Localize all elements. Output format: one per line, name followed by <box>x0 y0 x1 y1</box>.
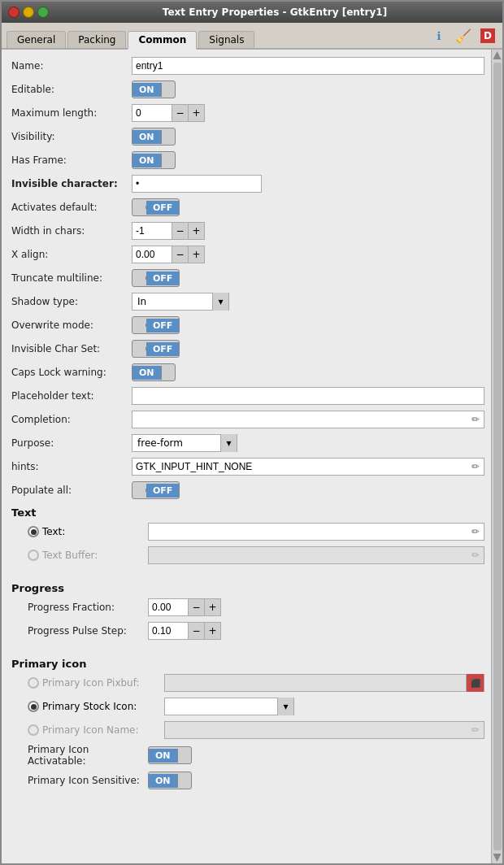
visibility-toggle[interactable]: ON <box>132 128 176 146</box>
d-button[interactable]: D <box>478 26 497 46</box>
max-length-label: Maximum length: <box>11 107 132 119</box>
progress-pulse-step-label: Progress Pulse Step: <box>28 625 148 637</box>
activates-default-toggle[interactable]: OFF <box>132 198 180 216</box>
primary-icon-name-edit-icon[interactable]: ✏ <box>467 722 484 738</box>
minimize-button[interactable] <box>23 7 34 18</box>
text-radio-button[interactable] <box>28 526 39 537</box>
has-frame-off-label <box>162 159 175 162</box>
width-in-chars-input[interactable] <box>132 222 172 240</box>
primary-icon-activatable-label: Primary Icon Activatable: <box>28 744 148 767</box>
progress-pulse-step-input[interactable] <box>148 622 189 640</box>
placeholder-text-input[interactable] <box>132 387 484 405</box>
completion-input[interactable] <box>133 412 467 427</box>
progress-fraction-control: − + <box>148 598 484 616</box>
progress-pulse-step-increment[interactable]: + <box>205 622 221 640</box>
tab-common[interactable]: Common <box>128 31 197 50</box>
primary-stock-icon-radio[interactable] <box>28 701 39 712</box>
titlebar: Text Entry Properties - GtkEntry [entry1… <box>2 2 502 23</box>
max-length-decrement[interactable]: − <box>172 104 189 122</box>
hints-input-container: ✏ <box>132 458 484 476</box>
shadow-type-dropdown[interactable]: In ▾ <box>132 293 229 311</box>
primary-icon-pixbuf-control: ⬛ <box>164 674 484 692</box>
scroll-up-arrow[interactable] <box>493 51 502 59</box>
max-length-control: − + <box>132 104 484 122</box>
populate-all-toggle[interactable]: OFF <box>132 481 180 499</box>
progress-pulse-step-decrement[interactable]: − <box>189 622 205 640</box>
max-length-input[interactable] <box>132 104 172 122</box>
text-value-input[interactable] <box>149 524 467 539</box>
width-in-chars-increment[interactable]: + <box>189 222 205 240</box>
text-radio-label-area: Text: <box>28 526 148 537</box>
broom-button[interactable]: 🧹 <box>454 26 473 46</box>
has-frame-control: ON <box>132 151 484 169</box>
primary-icon-sensitive-control: ON <box>148 772 484 789</box>
invisible-char-set-row: Invisible Char Set: OFF <box>11 339 484 359</box>
editable-row: Editable: ON <box>11 80 484 99</box>
has-frame-toggle[interactable]: ON <box>132 151 176 169</box>
invisible-char-set-control: OFF <box>132 340 484 358</box>
activates-default-row: Activates default: OFF <box>11 198 484 217</box>
shadow-type-control: In ▾ <box>132 293 484 311</box>
caps-lock-warning-on-label: ON <box>133 366 162 380</box>
scrollbar[interactable] <box>491 50 502 863</box>
name-input[interactable] <box>132 57 484 75</box>
overwrite-mode-toggle[interactable]: OFF <box>132 316 180 334</box>
progress-fraction-decrement[interactable]: − <box>189 598 205 616</box>
visibility-off-label <box>162 135 175 138</box>
progress-fraction-increment[interactable]: + <box>205 598 221 616</box>
name-input-container <box>132 57 484 75</box>
caps-lock-warning-off-label <box>162 371 175 374</box>
progress-pulse-step-control: − + <box>148 622 484 640</box>
text-buffer-edit-icon[interactable]: ✏ <box>467 547 484 563</box>
text-buffer-input[interactable] <box>149 548 467 563</box>
caps-lock-warning-toggle[interactable]: ON <box>132 363 176 381</box>
populate-all-row: Populate all: OFF <box>11 480 484 500</box>
scroll-down-arrow[interactable] <box>493 854 502 862</box>
primary-icon-pixbuf-button[interactable]: ⬛ <box>466 674 484 692</box>
truncate-multiline-control: OFF <box>132 269 484 287</box>
primary-icon-sensitive-row: Primary Icon Sensitive: ON <box>11 771 484 790</box>
purpose-control: free-form ▾ <box>132 434 484 452</box>
primary-icon-sensitive-toggle[interactable]: ON <box>148 772 192 789</box>
primary-icon-name-input[interactable] <box>165 723 467 737</box>
scroll-thumb[interactable] <box>493 63 502 850</box>
editable-toggle[interactable]: ON <box>132 80 176 98</box>
width-in-chars-row: Width in chars: − + <box>11 221 484 241</box>
x-align-increment[interactable]: + <box>189 246 205 263</box>
close-button[interactable] <box>8 7 20 18</box>
tab-packing[interactable]: Packing <box>67 31 126 48</box>
truncate-multiline-toggle[interactable]: OFF <box>132 269 180 287</box>
text-buffer-radio-button[interactable] <box>28 550 39 561</box>
primary-icon-activatable-toggle[interactable]: ON <box>148 746 192 764</box>
primary-stock-icon-dropdown[interactable]: ▾ <box>164 698 294 715</box>
overwrite-mode-label: Overwrite mode: <box>11 319 132 331</box>
primary-icon-pixbuf-radio[interactable] <box>28 677 39 689</box>
completion-row: Completion: ✏ <box>11 410 484 429</box>
editable-off-label <box>162 88 175 91</box>
hints-edit-icon[interactable]: ✏ <box>467 459 484 475</box>
primary-stock-icon-arrow[interactable]: ▾ <box>277 698 293 715</box>
completion-input-container: ✏ <box>132 411 484 428</box>
shadow-type-arrow[interactable]: ▾ <box>212 293 228 311</box>
progress-fraction-input[interactable] <box>148 598 189 616</box>
invisible-char-set-toggle[interactable]: OFF <box>132 340 180 358</box>
x-align-decrement[interactable]: − <box>172 246 189 263</box>
maximize-button[interactable] <box>37 7 49 18</box>
width-in-chars-decrement[interactable]: − <box>172 222 189 240</box>
has-frame-on-label: ON <box>133 154 162 167</box>
help-icon-button[interactable]: ℹ <box>429 26 449 46</box>
tab-signals[interactable]: Signals <box>198 31 254 48</box>
primary-icon-name-radio[interactable] <box>28 724 39 736</box>
text-buffer-radio-row: Text Buffer: ✏ <box>11 546 484 565</box>
text-edit-icon[interactable]: ✏ <box>467 524 484 540</box>
invisible-char-input[interactable] <box>132 175 262 193</box>
text-section-header: Text <box>11 506 484 519</box>
purpose-dropdown[interactable]: free-form ▾ <box>132 434 237 452</box>
hints-input[interactable] <box>133 459 467 474</box>
purpose-arrow[interactable]: ▾ <box>220 434 237 452</box>
tab-general[interactable]: General <box>7 31 66 48</box>
primary-icon-pixbuf-label-area: Primary Icon Pixbuf: <box>28 677 164 689</box>
x-align-input[interactable] <box>132 246 172 263</box>
max-length-increment[interactable]: + <box>189 104 205 122</box>
completion-edit-icon[interactable]: ✏ <box>467 411 484 428</box>
